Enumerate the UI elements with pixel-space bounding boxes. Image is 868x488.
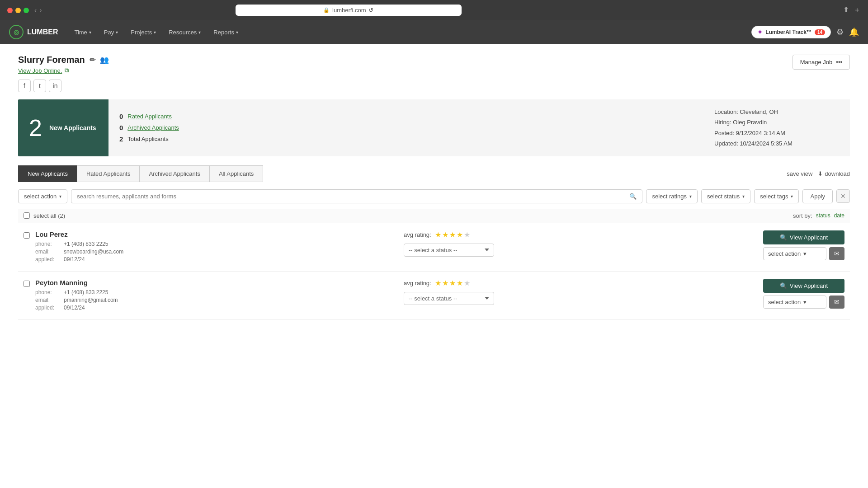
applicant-phone-2: phone: +1 (408) 833 2225 [35, 289, 389, 296]
job-title-area: Slurry Foreman ✏ 👥 View Job Online. ⧉ f … [18, 55, 109, 92]
page-header: Slurry Foreman ✏ 👥 View Job Online. ⧉ f … [18, 55, 850, 92]
minimize-traffic-light[interactable] [15, 8, 21, 13]
rated-label[interactable]: Rated Applicants [127, 113, 172, 120]
sort-status-button[interactable]: status [816, 212, 830, 219]
applicant-checkbox-2[interactable] [24, 281, 30, 287]
total-stat-row: 2 Total Applicants [119, 135, 694, 143]
address-bar[interactable]: 🔒 lumberfi.com ↺ [236, 5, 462, 16]
people-icon[interactable]: 👥 [100, 56, 109, 64]
view-job-text: View Job Online. [18, 67, 62, 74]
reload-icon[interactable]: ↺ [368, 7, 373, 14]
chevron-down-icon: ▾ [236, 30, 238, 35]
status-select-1[interactable]: -- select a status -- [404, 244, 494, 257]
archived-count: 0 [119, 124, 123, 131]
add-tab-icon[interactable]: ＋ [854, 5, 861, 15]
clear-filters-button[interactable]: ✕ [836, 189, 850, 203]
lumberai-badge: 14 [815, 29, 825, 35]
main-content: Slurry Foreman ✏ 👥 View Job Online. ⧉ f … [0, 44, 868, 488]
lumberai-button[interactable]: ✦ LumberAI Track™ 14 [751, 26, 831, 38]
job-title: Slurry Foreman ✏ 👥 [18, 55, 109, 65]
sort-date-button[interactable]: date [834, 212, 844, 219]
select-all-label[interactable]: select all (2) [24, 212, 65, 219]
logo-text: LUMBER [27, 28, 58, 36]
edit-icon[interactable]: ✏ [90, 56, 95, 64]
nav-item-time[interactable]: Time ▾ [69, 26, 96, 38]
tab-all-applicants[interactable]: All Applicants [209, 165, 263, 182]
star-3: ★ [449, 279, 456, 287]
applicant-email-2: email: pmanning@gmail.com [35, 297, 389, 303]
browser-chrome: ‹ › 🔒 lumberfi.com ↺ ⬆ ＋ [0, 0, 868, 20]
linkedin-icon[interactable]: in [49, 80, 61, 92]
select-ratings-button[interactable]: select ratings ▾ [646, 189, 698, 203]
copy-icon[interactable]: ⧉ [65, 67, 69, 74]
nav-item-reports[interactable]: Reports ▾ [208, 26, 244, 38]
status-select-2[interactable]: -- select a status -- [404, 292, 494, 305]
view-applicant-button-1[interactable]: 🔍 View Applicant [763, 230, 844, 244]
tab-new-applicants[interactable]: New Applicants [18, 165, 77, 182]
nav-item-pay[interactable]: Pay ▾ [99, 26, 123, 38]
select-status-button[interactable]: select status ▾ [701, 189, 750, 203]
share-icon[interactable]: ⬆ [843, 5, 849, 15]
settings-icon[interactable]: ⚙ [836, 27, 844, 37]
browser-nav-arrows[interactable]: ‹ › [34, 6, 42, 14]
avg-rating-label-2: avg rating: [404, 280, 431, 286]
facebook-icon[interactable]: f [18, 80, 31, 92]
chevron-down-icon: ▾ [803, 299, 807, 305]
search-input[interactable] [77, 193, 626, 200]
chevron-down-icon: ▾ [791, 194, 793, 199]
tab-rated-applicants[interactable]: Rated Applicants [77, 165, 140, 182]
rated-count: 0 [119, 113, 123, 120]
forward-arrow[interactable]: › [39, 6, 42, 14]
applicant-info-2: Peyton Manning phone: +1 (408) 833 2225 … [35, 279, 389, 312]
select-all-text: select all (2) [33, 212, 65, 219]
applicant-checkbox-1[interactable] [24, 232, 30, 239]
archived-label[interactable]: Archived Applicants [127, 124, 179, 131]
select-tags-button[interactable]: select tags ▾ [754, 189, 799, 203]
star-3: ★ [449, 230, 456, 239]
search-icon: 🔍 [780, 234, 787, 241]
traffic-lights [7, 8, 29, 13]
tab-archived-applicants[interactable]: Archived Applicants [139, 165, 209, 182]
avg-rating-label-1: avg rating: [404, 231, 431, 238]
chevron-down-icon: ▾ [154, 30, 156, 35]
action-row-1: select action ▾ ✉ [763, 247, 844, 260]
view-job-link[interactable]: View Job Online. ⧉ [18, 67, 109, 74]
star-5: ★ [464, 279, 470, 287]
twitter-icon[interactable]: t [33, 80, 46, 92]
applicant-info-1: Lou Perez phone: +1 (408) 833 2225 email… [35, 230, 389, 264]
star-1: ★ [435, 230, 441, 239]
notification-icon[interactable]: 🔔 [849, 27, 859, 37]
applicant-actions-1: 🔍 View Applicant select action ▾ ✉ [763, 230, 844, 260]
sort-area: sort by: status date [793, 212, 844, 219]
manage-job-button[interactable]: Manage Job ••• [793, 55, 850, 70]
url-text: lumberfi.com [332, 7, 366, 14]
select-action-button-2[interactable]: select action ▾ [763, 296, 826, 309]
star-2: ★ [442, 230, 448, 239]
select-all-checkbox[interactable] [24, 212, 30, 219]
job-title-text: Slurry Foreman [18, 55, 85, 65]
new-applicants-count: 2 [29, 116, 42, 140]
nav-item-projects[interactable]: Projects ▾ [125, 26, 161, 38]
rating-row-1: avg rating: ★ ★ ★ ★ ★ [404, 230, 758, 239]
apply-filters-button[interactable]: Apply [802, 189, 833, 203]
nav-item-resources[interactable]: Resources ▾ [163, 26, 206, 38]
save-view-button[interactable]: save view [787, 170, 812, 177]
view-applicant-button-2[interactable]: 🔍 View Applicant [763, 279, 844, 293]
search-icon: 🔍 [629, 193, 637, 200]
job-info-box: Location: Cleveland, OH Hiring: Oleg Pra… [705, 99, 850, 156]
browser-actions: ⬆ ＋ [843, 5, 861, 15]
total-count: 2 [119, 135, 123, 143]
star-1: ★ [435, 279, 441, 287]
social-icons: f t in [18, 80, 109, 92]
tabs-container: New Applicants Rated Applicants Archived… [18, 165, 850, 182]
maximize-traffic-light[interactable] [24, 8, 29, 13]
select-action-button[interactable]: select action ▾ [18, 189, 67, 203]
nav-menu: Time ▾ Pay ▾ Projects ▾ Resources ▾ Repo… [69, 26, 243, 38]
email-button-1[interactable]: ✉ [829, 247, 844, 260]
download-button[interactable]: ⬇ download [818, 170, 850, 177]
close-traffic-light[interactable] [7, 8, 13, 13]
back-arrow[interactable]: ‹ [34, 6, 37, 14]
select-action-button-1[interactable]: select action ▾ [763, 247, 826, 260]
star-2: ★ [442, 279, 448, 287]
email-button-2[interactable]: ✉ [829, 296, 844, 309]
